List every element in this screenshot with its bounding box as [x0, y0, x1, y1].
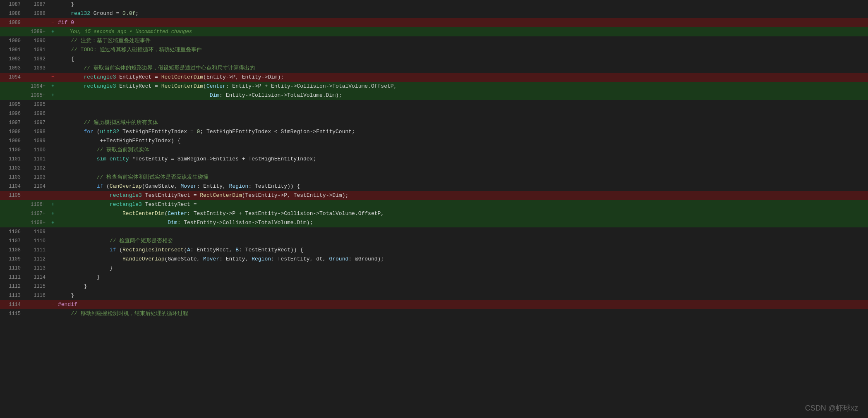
- diff-marker: +: [50, 200, 56, 209]
- line-row: 11091112 HandleOverlap(GameState, Mover:…: [0, 255, 868, 264]
- line-row: 11071110 // 检查两个矩形是否相交: [0, 236, 868, 246]
- diff-marker: [50, 45, 56, 55]
- line-row: 1107++ RectCenterDim(Center: TestEntity-…: [0, 209, 868, 218]
- line-number-right: 1111: [25, 246, 50, 255]
- line-content: // 检查当前实体和测试实体是否应该发生碰撞: [56, 173, 868, 182]
- line-number-right: [25, 300, 50, 309]
- line-number-left: [0, 91, 25, 100]
- line-content: HandleOverlap(GameState, Mover: Entity, …: [56, 255, 868, 264]
- diff-marker: −: [50, 300, 56, 309]
- line-content: Dim: Entity->Collision->TotalVolume.Dim)…: [56, 91, 868, 100]
- line-number-left: 1111: [0, 273, 25, 282]
- line-number-right: 1114: [25, 273, 50, 282]
- diff-marker: [50, 155, 56, 164]
- line-content: // TODO: 通过将其移入碰撞循环，精确处理重叠事件: [56, 45, 868, 55]
- line-number-left: 1093: [0, 64, 25, 73]
- line-content: }: [56, 282, 868, 291]
- line-content: You, 15 seconds ago • Uncommitted change…: [56, 27, 868, 36]
- line-number-left: 1097: [0, 118, 25, 127]
- diff-marker: [50, 255, 56, 264]
- diff-marker: [50, 9, 56, 18]
- diff-marker: [50, 64, 56, 73]
- line-row: 10931093 // 获取当前实体的矩形边界，假设矩形是通过中心点和尺寸计算得…: [0, 64, 868, 73]
- line-number-left: 1101: [0, 155, 25, 164]
- diff-marker: +: [50, 82, 56, 91]
- line-content: rectangle3 TestEntityRect =: [56, 200, 868, 209]
- line-content: if (RectanglesIntersect(A: EntityRect, B…: [56, 246, 868, 255]
- line-row: 1094++ rectangle3 EntityRect = RectCente…: [0, 82, 868, 91]
- line-number-left: 1099: [0, 136, 25, 146]
- line-content: // 遍历模拟区域中的所有实体: [56, 118, 868, 127]
- line-content: [56, 164, 868, 173]
- line-row: 10881088 real32 Ground = 0.0f;: [0, 9, 868, 18]
- line-number-left: 1092: [0, 55, 25, 64]
- line-row: 11131116 }: [0, 291, 868, 300]
- line-number-right: 1090: [25, 36, 50, 45]
- line-row: 10961096: [0, 109, 868, 118]
- line-row: 11081111 if (RectanglesIntersect(A: Enti…: [0, 246, 868, 255]
- diff-marker: −: [50, 191, 56, 200]
- diff-marker: −: [50, 18, 56, 27]
- line-content: [56, 100, 868, 109]
- diff-marker: [50, 282, 56, 291]
- line-row: 11121115 }: [0, 282, 868, 291]
- diff-marker: [50, 264, 56, 273]
- line-row: 11031103 // 检查当前实体和测试实体是否应该发生碰撞: [0, 173, 868, 182]
- line-row: 1095++ Dim: Entity->Collision->TotalVolu…: [0, 91, 868, 100]
- line-row: 11061109: [0, 227, 868, 236]
- line-content: RectCenterDim(Center: TestEntity->P + Te…: [56, 209, 868, 218]
- line-row: 1089−#if 0: [0, 18, 868, 27]
- diff-marker: [50, 0, 56, 9]
- line-content: // 移动到碰撞检测时机，结束后处理的循环过程: [56, 309, 868, 318]
- watermark: CSDN @虾球xz: [805, 403, 858, 413]
- line-number-right: 1108+: [25, 218, 50, 227]
- line-number-right: 1098: [25, 127, 50, 136]
- line-content: // 注意：基于区域重叠处理事件: [56, 36, 868, 45]
- diff-marker: [50, 173, 56, 182]
- line-number-left: 1110: [0, 264, 25, 273]
- line-number-right: [25, 73, 50, 82]
- line-content: }: [56, 0, 868, 9]
- line-row: 10981098 for (uint32 TestHighEEntityInde…: [0, 127, 868, 136]
- diff-marker: [50, 236, 56, 246]
- line-number-right: 1097: [25, 118, 50, 127]
- line-number-right: 1091: [25, 45, 50, 55]
- diff-marker: [50, 136, 56, 146]
- line-number-left: 1103: [0, 173, 25, 182]
- line-content: [56, 227, 868, 236]
- line-content: #if 0: [56, 18, 868, 27]
- diff-marker: [50, 127, 56, 136]
- line-number-right: [25, 18, 50, 27]
- line-row: 1114−#endif: [0, 300, 868, 309]
- line-row: 11021102: [0, 164, 868, 173]
- line-content: rectangle3 TestEntityRect = RectCenterDi…: [56, 191, 868, 200]
- line-number-right: 1103: [25, 173, 50, 182]
- line-number-right: 1104: [25, 182, 50, 191]
- diff-marker: +: [50, 27, 56, 36]
- line-row: 1105− rectangle3 TestEntityRect = RectCe…: [0, 191, 868, 200]
- line-number-left: [0, 200, 25, 209]
- line-number-right: 1106+: [25, 200, 50, 209]
- line-row: 1106++ rectangle3 TestEntityRect =: [0, 200, 868, 209]
- line-content: [56, 109, 868, 118]
- line-number-right: 1088: [25, 9, 50, 18]
- line-content: // 获取当前实体的矩形边界，假设矩形是通过中心点和尺寸计算得出的: [56, 64, 868, 73]
- line-row: 11041104 if (CanOverlap(GameState, Mover…: [0, 182, 868, 191]
- line-number-left: 1098: [0, 127, 25, 136]
- line-number-right: 1115: [25, 282, 50, 291]
- line-number-left: [0, 209, 25, 218]
- line-content: }: [56, 273, 868, 282]
- diff-marker: +: [50, 218, 56, 227]
- editor: 10871087 }10881088 real32 Ground = 0.0f;…: [0, 0, 868, 418]
- line-number-right: 1101: [25, 155, 50, 164]
- line-number-left: 1096: [0, 109, 25, 118]
- diff-marker: [50, 164, 56, 173]
- line-number-left: 1106: [0, 227, 25, 236]
- line-number-left: 1105: [0, 191, 25, 200]
- line-content: real32 Ground = 0.0f;: [56, 9, 868, 18]
- line-number-left: [0, 218, 25, 227]
- diff-marker: +: [50, 91, 56, 100]
- line-content: Dim: TestEntity->Collision->TotalVolume.…: [56, 218, 868, 227]
- line-number-right: 1107+: [25, 209, 50, 218]
- line-number-left: 1108: [0, 246, 25, 255]
